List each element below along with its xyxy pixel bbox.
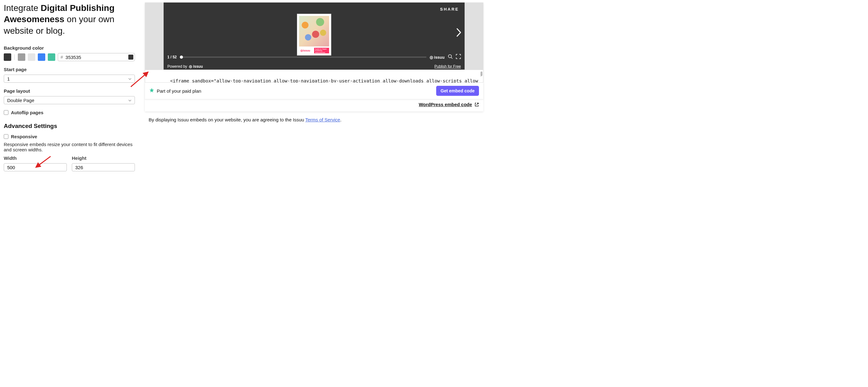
swatch-blue[interactable] (38, 53, 45, 61)
swatch-dark[interactable] (4, 53, 11, 61)
footnote-post: . (340, 117, 341, 122)
cover-tagline: Toolkit for Digital Publishing Awesomene… (314, 48, 329, 53)
plan-badge-text: Part of your paid plan (157, 88, 202, 94)
issuu-brand-mark[interactable]: ◎ issuu (430, 55, 445, 60)
footnote-pre: By displaying Issuu embeds on your websi… (149, 117, 305, 122)
page-indicator: 1 / 52 (167, 55, 177, 59)
preview-player[interactable]: SHARE ◎ issuu Toolkit for Digital Publis… (164, 2, 465, 63)
next-page-arrow-icon[interactable] (456, 28, 462, 38)
hex-preview-swatch (128, 55, 133, 60)
preview-container: SHARE ◎ issuu Toolkit for Digital Publis… (145, 2, 483, 70)
page-layout-value: Double Page (7, 98, 34, 103)
chevron-down-icon (128, 98, 131, 102)
share-button[interactable]: SHARE (440, 7, 459, 11)
responsive-help-text: Responsive embeds resize your content to… (4, 142, 135, 152)
svg-point-1 (448, 55, 452, 58)
cover-artwork (299, 16, 329, 46)
resize-handle-icon[interactable] (461, 70, 483, 82)
hex-input-wrap[interactable]: # (58, 53, 135, 61)
width-label: Width (4, 155, 67, 161)
swatch-gray[interactable] (18, 53, 25, 61)
start-page-label: Start page (4, 67, 135, 72)
bg-color-label: Background color (4, 45, 135, 51)
fullscreen-icon[interactable] (456, 54, 461, 60)
zoom-icon[interactable] (448, 54, 453, 60)
terms-of-service-link[interactable]: Terms of Service (305, 117, 340, 122)
swatch-teal[interactable] (48, 53, 55, 61)
page-layout-label: Page layout (4, 88, 135, 94)
embed-code-text: <iframe sandbox="allow-top-navigation al… (148, 78, 478, 83)
height-input[interactable] (75, 165, 131, 170)
width-input-wrap[interactable] (4, 163, 67, 171)
get-embed-code-button[interactable]: Get embed code (436, 86, 479, 96)
autoflip-checkbox[interactable] (4, 110, 8, 115)
powered-by-text: Powered by (167, 64, 187, 69)
responsive-label: Responsive (11, 134, 37, 139)
publish-free-link[interactable]: Publish for Free (434, 64, 461, 69)
advanced-settings-header: Advanced Settings (4, 123, 135, 130)
start-page-select[interactable]: 1 (4, 74, 135, 83)
height-label: Height (72, 155, 135, 161)
terms-footnote: By displaying Issuu embeds on your websi… (145, 117, 483, 122)
preview-footer: Powered by ◎ issuu Publish for Free (164, 63, 465, 70)
powered-by-brand[interactable]: ◎ issuu (189, 64, 203, 69)
start-page-value: 1 (7, 76, 10, 82)
wordpress-embed-link[interactable]: WordPress embed code (419, 102, 472, 107)
hex-input[interactable] (66, 55, 126, 60)
publication-cover[interactable]: ◎ issuu Toolkit for Digital Publishing A… (297, 14, 331, 56)
page-layout-select[interactable]: Double Page (4, 96, 135, 104)
title-pre: Integrate (4, 3, 40, 13)
swatch-lightgray[interactable] (28, 53, 35, 61)
svg-line-2 (451, 57, 453, 59)
star-icon (149, 88, 154, 94)
responsive-checkbox[interactable] (4, 134, 8, 139)
autoflip-label: Autoflip pages (11, 110, 43, 115)
progress-knob[interactable] (180, 56, 183, 59)
hex-hash: # (61, 55, 63, 60)
page-title: Integrate Digital Publishing Awesomeness… (4, 2, 135, 36)
swatch-divider (14, 54, 15, 60)
chevron-down-icon (128, 76, 131, 81)
cover-brand-logo: ◎ issuu (299, 48, 314, 53)
external-link-icon (474, 102, 479, 108)
progress-bar[interactable] (180, 57, 427, 58)
embed-code-textarea[interactable]: <iframe sandbox="allow-top-navigation al… (145, 70, 483, 83)
width-input[interactable] (7, 165, 63, 170)
height-input-wrap[interactable] (72, 163, 135, 171)
